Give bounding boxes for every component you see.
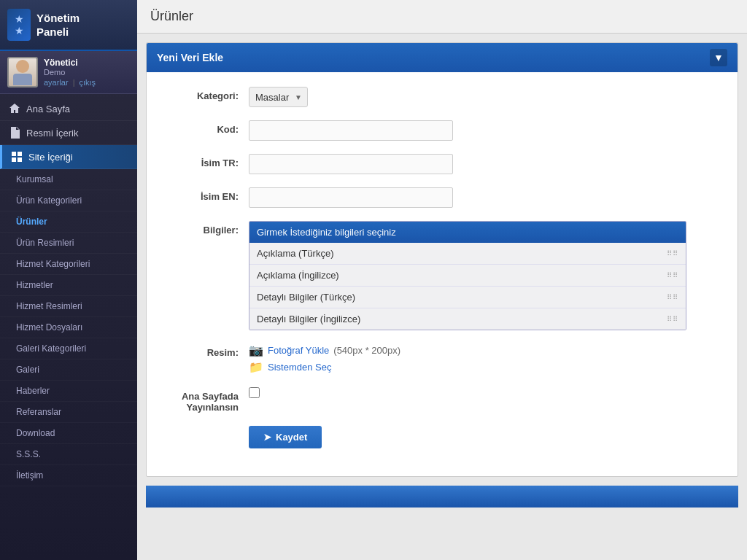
bilgiler-item-detayli-tr[interactable]: Detaylı Bilgiler (Türkçe) ⠿⠿ bbox=[249, 287, 686, 308]
bilgiler-item-aciklama-tr[interactable]: Açıklama (Türkçe) ⠿⠿ bbox=[249, 243, 686, 265]
sidebar-item-label: Galeri Kategorileri bbox=[16, 343, 86, 354]
sidebar-item-label: Galeri bbox=[16, 365, 39, 375]
ana-sayfa-control bbox=[249, 387, 723, 398]
bilgiler-label: Bilgiler: bbox=[161, 221, 249, 236]
sidebar-item-hizmetler[interactable]: Hizmetler bbox=[0, 275, 137, 296]
sidebar-item-ana-sayfa[interactable]: Ana Sayfa bbox=[0, 97, 137, 121]
sidebar-item-iletisim[interactable]: İletişim bbox=[0, 465, 137, 486]
svg-rect-3 bbox=[18, 158, 22, 162]
sidebar-item-urun-resimleri[interactable]: Ürün Resimleri bbox=[0, 233, 137, 254]
sidebar-item-label: Haberler bbox=[16, 386, 50, 396]
isim-tr-label: İsim TR: bbox=[161, 154, 249, 168]
user-role: Demo bbox=[44, 68, 130, 77]
sidebar-item-kurumsal[interactable]: Kurumsal bbox=[0, 169, 137, 190]
sidebar-item-referanslar[interactable]: Referanslar bbox=[0, 402, 137, 423]
save-icon: ➤ bbox=[263, 432, 271, 443]
page-title: Ürünler bbox=[150, 9, 734, 24]
sidebar-item-site-icerigi[interactable]: Site İçeriği bbox=[0, 145, 137, 169]
user-links: ayarlar | çıkış bbox=[44, 78, 130, 87]
home-icon bbox=[9, 103, 20, 114]
page-title-bar: Ürünler bbox=[137, 0, 747, 34]
sidebar-item-label: Ürün Resimleri bbox=[16, 238, 74, 248]
bilgiler-container: Girmek İstediğiniz bilgileri seçiniz Açı… bbox=[249, 221, 686, 330]
sidebar-item-label: Kurumsal bbox=[16, 174, 53, 184]
isim-tr-input[interactable] bbox=[249, 154, 453, 174]
svg-rect-1 bbox=[18, 152, 22, 156]
logo-area: ★ ★ Yönetim Paneli bbox=[7, 9, 130, 41]
isim-en-input[interactable] bbox=[249, 187, 453, 208]
bilgiler-item-aciklama-en[interactable]: Açıklama (İngilizce) ⠿⠿ bbox=[249, 265, 686, 287]
sidebar-item-resmi-icerik[interactable]: Resmi İçerik bbox=[0, 121, 137, 145]
grid-icon bbox=[11, 151, 23, 163]
link-separator: | bbox=[73, 78, 75, 87]
sidebar-item-urunler[interactable]: Ürünler bbox=[0, 211, 137, 233]
sidebar-item-hizmet-resimleri[interactable]: Hizmet Resimleri bbox=[0, 296, 137, 317]
sidebar-item-hizmet-dosyalari[interactable]: Hizmet Dosyaları bbox=[0, 317, 137, 338]
fotograf-yukle-link[interactable]: 📷 Fotoğraf Yükle (540px * 200px) bbox=[249, 343, 723, 357]
main-content: Ürünler Yeni Veri Ekle ▼ Kategori: Masal… bbox=[137, 0, 747, 560]
ana-sayfa-label: Ana Sayfada Yayınlansın bbox=[161, 387, 249, 413]
isim-en-control bbox=[249, 187, 723, 208]
bottom-bar bbox=[146, 486, 738, 508]
isim-tr-control bbox=[249, 154, 723, 174]
kod-input[interactable] bbox=[249, 120, 453, 141]
bilgiler-control: Girmek İstediğiniz bilgileri seçiniz Açı… bbox=[249, 221, 723, 330]
sidebar-item-galeri-kategorileri[interactable]: Galeri Kategorileri bbox=[0, 338, 137, 359]
drag-handle-icon: ⠿⠿ bbox=[667, 293, 678, 301]
kategori-control: Masalar ▼ bbox=[249, 87, 723, 107]
save-label-spacer bbox=[161, 426, 249, 429]
sidebar-item-download[interactable]: Download bbox=[0, 423, 137, 444]
bilgiler-item-text: Açıklama (Türkçe) bbox=[257, 248, 333, 259]
ana-sayfa-row: Ana Sayfada Yayınlansın bbox=[161, 387, 723, 413]
avatar-head bbox=[16, 60, 29, 73]
logout-link[interactable]: çıkış bbox=[79, 78, 96, 87]
sidebar-item-urun-kategorileri[interactable]: Ürün Kategorileri bbox=[0, 190, 137, 211]
form-body: Kategori: Masalar ▼ Kod: bbox=[147, 72, 738, 476]
avatar bbox=[7, 57, 38, 88]
save-button-label: Kaydet bbox=[276, 432, 307, 443]
kod-label: Kod: bbox=[161, 120, 249, 135]
user-name: Yönetici bbox=[44, 58, 130, 68]
sidebar-item-label: Referanslar bbox=[16, 407, 61, 417]
resim-row: Resim: 📷 Fotoğraf Yükle (540px * 200px) … bbox=[161, 343, 723, 374]
sidebar-item-label: Ürünler bbox=[16, 217, 47, 227]
kategori-select-wrapper: Masalar ▼ bbox=[249, 87, 308, 107]
sidebar-item-label: Ana Sayfa bbox=[26, 104, 70, 114]
form-panel: Yeni Veri Ekle ▼ Kategori: Masalar ▼ bbox=[146, 42, 738, 477]
sidebar: ★ ★ Yönetim Paneli Yönetici Demo ayarlar bbox=[0, 0, 137, 560]
bilgiler-row: Bilgiler: Girmek İstediğiniz bilgileri s… bbox=[161, 221, 723, 330]
sidebar-item-label: Site İçeriği bbox=[28, 152, 73, 163]
kategori-row: Kategori: Masalar ▼ bbox=[161, 87, 723, 107]
settings-link[interactable]: ayarlar bbox=[44, 78, 69, 87]
panel-collapse-button[interactable]: ▼ bbox=[710, 49, 727, 66]
resim-control: 📷 Fotoğraf Yükle (540px * 200px) 📁 Siste… bbox=[249, 343, 723, 374]
bilgiler-item-text: Detaylı Bilgiler (İngilizce) bbox=[257, 314, 360, 324]
kategori-select[interactable]: Masalar bbox=[249, 87, 308, 107]
sidebar-item-hizmet-kategorileri[interactable]: Hizmet Kategorileri bbox=[0, 254, 137, 275]
drag-handle-icon: ⠿⠿ bbox=[667, 315, 678, 323]
checkbox-area bbox=[249, 387, 723, 398]
svg-rect-2 bbox=[12, 158, 16, 162]
fotograf-yukle-size: (540px * 200px) bbox=[333, 345, 400, 356]
save-row: ➤ Kaydet bbox=[161, 426, 723, 448]
star-icon-top: ★ bbox=[15, 14, 24, 24]
bilgiler-header: Girmek İstediğiniz bilgileri seçiniz bbox=[249, 222, 686, 243]
sidebar-item-label: Hizmet Resimleri bbox=[16, 301, 82, 311]
sidebar-item-label: S.S.S. bbox=[16, 449, 41, 459]
sidebar-item-haberler[interactable]: Haberler bbox=[0, 381, 137, 402]
avatar-body bbox=[13, 74, 32, 85]
svg-rect-0 bbox=[12, 152, 16, 156]
logo-text: Yönetim Paneli bbox=[36, 11, 80, 39]
save-button[interactable]: ➤ Kaydet bbox=[249, 426, 322, 448]
sistemden-sec-link[interactable]: 📁 Sistemden Seç bbox=[249, 360, 723, 374]
sidebar-item-label: Hizmetler bbox=[16, 280, 53, 290]
camera-icon: 📷 bbox=[249, 343, 263, 357]
ana-sayfa-checkbox[interactable] bbox=[249, 387, 260, 398]
bilgiler-item-detayli-en[interactable]: Detaylı Bilgiler (İngilizce) ⠿⠿ bbox=[249, 308, 686, 330]
sidebar-item-sss[interactable]: S.S.S. bbox=[0, 444, 137, 465]
star-icon-bottom: ★ bbox=[15, 26, 24, 36]
drag-handle-icon: ⠿⠿ bbox=[667, 271, 678, 279]
kod-control bbox=[249, 120, 723, 141]
nav-menu: Ana Sayfa Resmi İçerik Site İçeriği Kuru… bbox=[0, 94, 137, 560]
sidebar-item-galeri[interactable]: Galeri bbox=[0, 359, 137, 381]
